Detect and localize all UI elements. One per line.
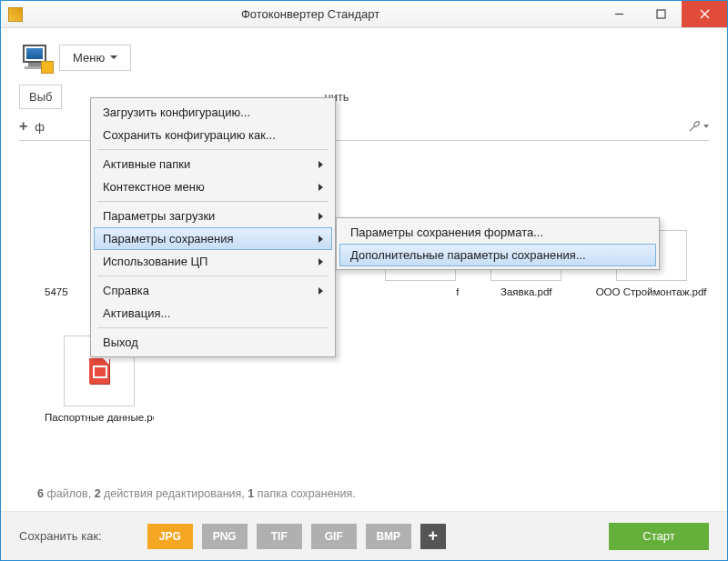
- add-label-partial: ф: [35, 120, 45, 134]
- submenu-arrow-icon: [318, 213, 323, 220]
- submenu-arrow-icon: [318, 287, 323, 295]
- pdf-icon: [89, 358, 109, 384]
- menu-separator: [97, 201, 329, 202]
- maximize-button[interactable]: [640, 1, 682, 27]
- format-gif-button[interactable]: GIF: [311, 524, 357, 549]
- menu-item-cpu-usage[interactable]: Использование ЦП: [94, 250, 332, 273]
- submenu-item-additional-save-params[interactable]: Дополнительные параметры сохранения...: [339, 244, 656, 266]
- content: Меню Выб нить + ф 5475 f: [1, 28, 727, 560]
- format-jpg-button[interactable]: JPG: [147, 524, 193, 549]
- window-title: Фотоконвертер Стандарт: [23, 7, 598, 21]
- close-button[interactable]: [682, 1, 727, 27]
- format-png-button[interactable]: PNG: [202, 524, 248, 549]
- menu-button-label: Меню: [73, 51, 105, 65]
- menu-separator: [97, 275, 329, 276]
- menu-separator: [97, 149, 329, 150]
- titlebar: Фотоконвертер Стандарт: [1, 1, 727, 28]
- file-name: Паспортные данные.pdf: [45, 412, 154, 423]
- app-logo-icon: [19, 43, 52, 72]
- status-line: 6 файлов, 2 действия редактирования, 1 п…: [37, 487, 356, 500]
- menu-button[interactable]: Меню: [59, 45, 131, 71]
- file-name: f: [383, 286, 460, 297]
- save-as-label: Сохранить как:: [19, 529, 102, 543]
- menu-item-load-config[interactable]: Загрузить конфигурацию...: [94, 101, 332, 124]
- tools-button[interactable]: [687, 119, 709, 134]
- submenu-arrow-icon: [318, 235, 323, 243]
- submenu-arrow-icon: [318, 258, 323, 265]
- svg-rect-0: [657, 10, 665, 18]
- menu-item-save-params[interactable]: Параметры сохранения: [94, 227, 332, 250]
- minimize-button[interactable]: [598, 1, 640, 27]
- menu-item-active-folders[interactable]: Активные папки: [94, 153, 332, 175]
- topbar: Меню: [19, 43, 709, 72]
- submenu-arrow-icon: [318, 184, 323, 191]
- chevron-down-icon: [703, 125, 709, 128]
- submenu-arrow-icon: [318, 161, 323, 168]
- wrench-icon: [687, 119, 702, 134]
- window-buttons: [598, 1, 727, 27]
- menu-item-activation[interactable]: Активация...: [94, 302, 332, 325]
- file-name: ООО Строймонтаж.pdf: [593, 286, 709, 297]
- menu-separator: [97, 327, 329, 328]
- file-name: Заявка.pdf: [488, 286, 564, 297]
- menu-item-exit[interactable]: Выход: [94, 331, 332, 354]
- save-params-submenu: Параметры сохранения формата... Дополнит…: [336, 217, 660, 270]
- footer: Сохранить как: JPG PNG TIF GIF BMP + Ста…: [1, 511, 727, 560]
- submenu-item-format-save-params[interactable]: Параметры сохранения формата...: [339, 221, 656, 244]
- menu-item-context-menu[interactable]: Контекстное меню: [94, 175, 332, 198]
- plus-icon[interactable]: +: [19, 118, 27, 135]
- chevron-down-icon: [110, 55, 117, 59]
- menu-item-load-params[interactable]: Параметры загрузки: [94, 205, 332, 227]
- select-button-partial[interactable]: Выб: [19, 85, 62, 109]
- app-icon: [8, 7, 23, 22]
- format-tif-button[interactable]: TIF: [257, 524, 302, 549]
- menu-item-help[interactable]: Справка: [94, 279, 332, 302]
- format-bmp-button[interactable]: BMP: [366, 524, 411, 549]
- add-format-button[interactable]: +: [420, 524, 446, 549]
- menu-item-save-config[interactable]: Сохранить конфигурацию как...: [94, 124, 332, 146]
- main-menu-dropdown: Загрузить конфигурацию... Сохранить конф…: [90, 97, 336, 357]
- start-button[interactable]: Старт: [609, 523, 709, 550]
